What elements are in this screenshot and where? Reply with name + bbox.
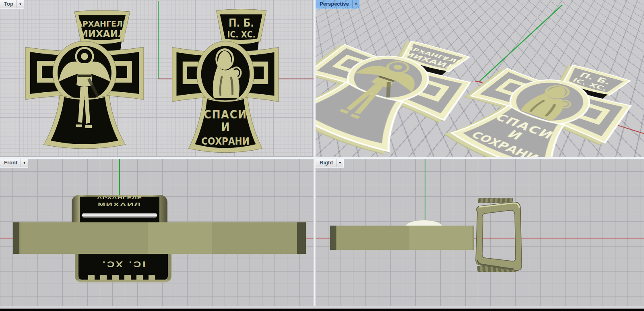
bail-front-bottom[interactable]: IС. ХС. — [75, 254, 171, 282]
bail-pin-cylinder — [82, 213, 157, 218]
viewport-tab-top[interactable]: Top ▼ — [0, 0, 24, 9]
viewport-tab-right[interactable]: Right ▼ — [316, 159, 344, 168]
model-cross-front-top-view[interactable] — [24, 10, 145, 151]
viewport-tab-perspective[interactable]: Perspective ▼ — [316, 0, 360, 9]
bail-mirrored-text: IС. ХС. — [78, 259, 168, 269]
bail-front-top[interactable]: АРХАНГЕЛЕ МИХАИЛ — [72, 195, 167, 222]
viewport-title: Top — [0, 1, 17, 8]
viewport-tab-front[interactable]: Front ▼ — [0, 159, 28, 168]
bail-text-line1: АРХАНГЕЛЕ — [80, 197, 159, 200]
viewport-right[interactable]: Right ▼ — [316, 159, 644, 309]
viewport-front[interactable]: АРХАНГЕЛЕ МИХАИЛ IС. ХС. Front ▼ — [0, 159, 314, 309]
window-bottom-edge — [0, 309, 644, 311]
viewport-top[interactable]: Top ▼ — [0, 0, 314, 157]
right-y-axis — [425, 159, 425, 226]
model-cross-back-top-view[interactable] — [171, 9, 280, 155]
viewport-title: Right — [316, 160, 336, 166]
viewport-perspective[interactable]: Perspective ▼ — [316, 0, 644, 157]
bail-loop-side-view[interactable] — [472, 201, 522, 273]
viewport-title: Perspective — [316, 1, 352, 8]
viewport-menu-arrow-icon[interactable]: ▼ — [352, 0, 359, 8]
viewport-divider-vertical[interactable] — [314, 0, 316, 309]
viewport-menu-arrow-icon[interactable]: ▼ — [17, 0, 24, 8]
bail-text-line2: МИХАИЛ — [80, 201, 159, 208]
cad-application-window: АРХАНГЕЛЕ МИХАИЛ — [0, 0, 644, 311]
viewport-menu-arrow-icon[interactable]: ▼ — [336, 159, 343, 167]
viewport-title: Front — [0, 160, 21, 166]
cross-edge-profile-front[interactable] — [13, 222, 306, 254]
cross-edge-profile-right[interactable] — [330, 226, 474, 250]
viewport-menu-arrow-icon[interactable]: ▼ — [21, 159, 28, 167]
bail-letter-stubs — [88, 275, 158, 280]
bail-recess: АРХАНГЕЛЕ МИХАИЛ — [80, 197, 159, 222]
